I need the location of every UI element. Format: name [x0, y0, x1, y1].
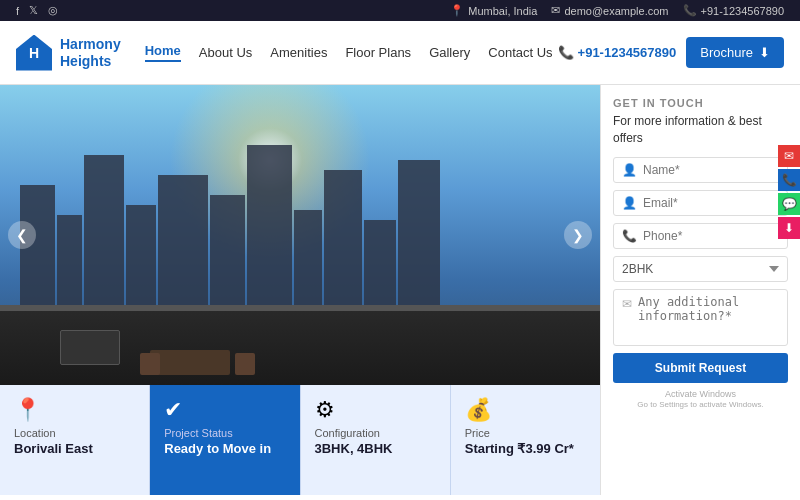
building-8	[294, 210, 322, 305]
building-7	[247, 145, 292, 305]
buildings	[20, 145, 600, 305]
message-field-wrapper: ✉	[613, 289, 788, 346]
name-input[interactable]	[643, 163, 779, 177]
card-config-label: Configuration	[315, 427, 436, 439]
windows-notice: Activate Windows Go to Settings to activ…	[613, 389, 788, 409]
social-links[interactable]: f 𝕏 ◎	[16, 4, 58, 17]
mail-float-button[interactable]: ✉	[778, 145, 800, 167]
phone-icon-nav: 📞	[558, 45, 574, 60]
card-status-label: Project Status	[164, 427, 285, 439]
email-field-wrapper: 👤	[613, 190, 788, 216]
right-panel: GET IN TOUCH For more information & best…	[600, 85, 800, 495]
submit-button[interactable]: Submit Request	[613, 353, 788, 383]
chair-2	[235, 353, 255, 375]
navbar: H Harmony Heights Home About Us Amenitie…	[0, 21, 800, 85]
building-9	[324, 170, 362, 305]
card-location-value: Borivali East	[14, 441, 135, 456]
nav-links: Home About Us Amenities Floor Plans Gall…	[145, 43, 558, 62]
social-float-buttons: ✉ 📞 💬 ⬇	[778, 145, 800, 239]
card-config-value: 3BHK, 4BHK	[315, 441, 436, 456]
logo-text: Harmony Heights	[60, 36, 121, 70]
phone-icon: 📞	[683, 4, 697, 17]
name-field-wrapper: 👤	[613, 157, 788, 183]
railing	[0, 305, 600, 311]
download-float-button[interactable]: ⬇	[778, 217, 800, 239]
email-field-icon: 👤	[622, 196, 637, 210]
nav-about[interactable]: About Us	[199, 45, 252, 60]
phone-info: 📞 +91-1234567890	[683, 4, 785, 17]
nav-amenities[interactable]: Amenities	[270, 45, 327, 60]
nav-contact[interactable]: Contact Us	[488, 45, 552, 60]
building-4	[126, 205, 156, 305]
card-status-value: Ready to Move in	[164, 441, 285, 456]
location-card-icon: 📍	[14, 397, 135, 423]
grill	[60, 330, 120, 365]
main-content: ❮ ❯ 📍 Location Borivali East ✔ Project S…	[0, 85, 800, 495]
building-11	[398, 160, 440, 305]
whatsapp-float-button[interactable]: 💬	[778, 193, 800, 215]
user-icon: 👤	[622, 163, 637, 177]
hero-image-inner	[0, 85, 600, 385]
card-price-value: Starting ₹3.99 Cr*	[465, 441, 586, 456]
arrow-left[interactable]: ❮	[8, 221, 36, 249]
email-input[interactable]	[643, 196, 779, 210]
pin-icon: 📍	[450, 4, 464, 17]
top-bar: f 𝕏 ◎ 📍 Mumbai, India ✉ demo@example.com…	[0, 0, 800, 21]
download-icon: ⬇	[759, 45, 770, 60]
rooftop-deck	[0, 305, 600, 385]
nav-right: 📞 +91-1234567890 Brochure ⬇	[558, 37, 784, 68]
hero-area: ❮ ❯ 📍 Location Borivali East ✔ Project S…	[0, 85, 600, 495]
card-price-label: Price	[465, 427, 586, 439]
building-10	[364, 220, 396, 305]
card-config: ⚙ Configuration 3BHK, 4BHK	[301, 385, 451, 495]
location-info: 📍 Mumbai, India	[450, 4, 537, 17]
status-card-icon: ✔	[164, 397, 285, 423]
building-2	[57, 215, 82, 305]
email-icon: ✉	[551, 4, 560, 17]
card-price: 💰 Price Starting ₹3.99 Cr*	[451, 385, 600, 495]
nav-phone[interactable]: 📞 +91-1234567890	[558, 45, 677, 60]
table	[150, 350, 230, 375]
bhk-select[interactable]: 1BHK 2BHK 3BHK 4BHK	[613, 256, 788, 282]
phone-field-icon: 📞	[622, 229, 637, 243]
logo: H Harmony Heights	[16, 35, 121, 71]
nav-floorplans[interactable]: Floor Plans	[345, 45, 411, 60]
instagram-icon[interactable]: ◎	[48, 4, 58, 17]
chair-1	[140, 353, 160, 375]
building-6	[210, 195, 245, 305]
brochure-button[interactable]: Brochure ⬇	[686, 37, 784, 68]
nav-gallery[interactable]: Gallery	[429, 45, 470, 60]
building-5	[158, 175, 208, 305]
facebook-icon[interactable]: f	[16, 5, 19, 17]
config-card-icon: ⚙	[315, 397, 436, 423]
nav-home[interactable]: Home	[145, 43, 181, 62]
call-float-button[interactable]: 📞	[778, 169, 800, 191]
card-location-label: Location	[14, 427, 135, 439]
card-status: ✔ Project Status Ready to Move in	[150, 385, 300, 495]
hero-image: ❮ ❯	[0, 85, 600, 385]
panel-title: GET IN TOUCH	[613, 97, 788, 109]
email-info: ✉ demo@example.com	[551, 4, 668, 17]
arrow-right[interactable]: ❯	[564, 221, 592, 249]
card-location: 📍 Location Borivali East	[0, 385, 150, 495]
contact-info: 📍 Mumbai, India ✉ demo@example.com 📞 +91…	[450, 4, 784, 17]
panel-tagline: For more information & best offers	[613, 113, 788, 147]
info-cards: 📍 Location Borivali East ✔ Project Statu…	[0, 385, 600, 495]
message-input[interactable]	[638, 295, 779, 340]
logo-icon: H	[16, 35, 52, 71]
building-3	[84, 155, 124, 305]
twitter-icon[interactable]: 𝕏	[29, 4, 38, 17]
price-card-icon: 💰	[465, 397, 586, 423]
phone-input[interactable]	[643, 229, 779, 243]
message-icon: ✉	[622, 297, 632, 311]
phone-field-wrapper: 📞	[613, 223, 788, 249]
